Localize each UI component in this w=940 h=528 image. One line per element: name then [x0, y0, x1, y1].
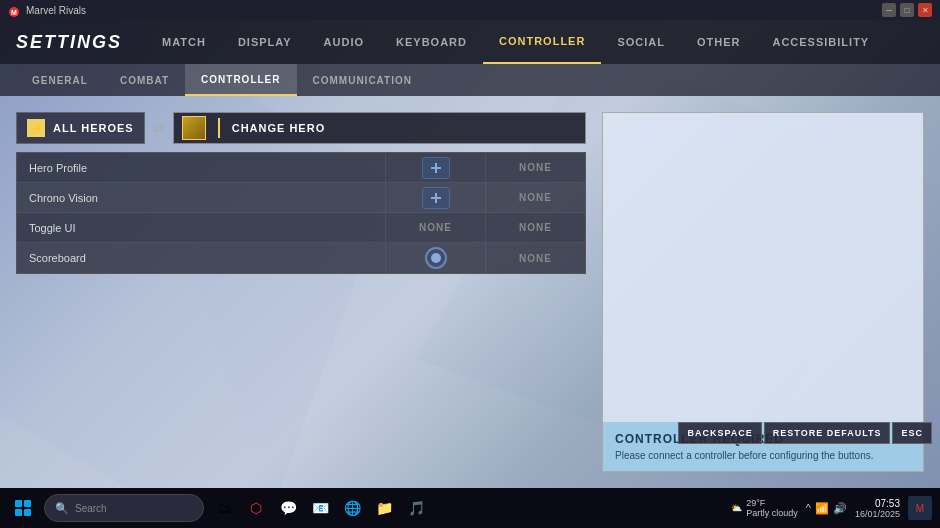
title-text: Marvel Rivals — [26, 5, 86, 16]
backspace-button[interactable]: BACKSPACE — [678, 422, 761, 444]
minimize-button[interactable]: ─ — [882, 3, 896, 17]
taskbar-app-7[interactable]: 🎵 — [402, 494, 430, 522]
title-bar: M Marvel Rivals ─ □ ✕ — [0, 0, 940, 20]
table-row: Toggle UI NONE NONE — [17, 213, 585, 243]
binding-cell-secondary[interactable]: NONE — [485, 213, 585, 242]
heroes-icon: ⚡ — [27, 119, 45, 137]
binding-cell-primary[interactable] — [385, 153, 485, 182]
svg-text:M: M — [11, 9, 17, 16]
hero-portrait — [182, 116, 206, 140]
table-row: Hero Profile NONE — [17, 153, 585, 183]
binding-cell-primary[interactable] — [385, 183, 485, 212]
close-button[interactable]: ✕ — [918, 3, 932, 17]
swap-icon: ⇄ — [145, 120, 173, 136]
restore-defaults-button[interactable]: RESTORE DEFAULTS — [764, 422, 891, 444]
tray-icon-1: ^ — [806, 502, 811, 514]
tab-display[interactable]: DISPLAY — [222, 20, 308, 64]
table-row: Scoreboard NONE — [17, 243, 585, 273]
taskbar-app-1[interactable]: 🗂 — [210, 494, 238, 522]
binding-circle[interactable] — [425, 247, 447, 269]
taskbar-apps: 🗂 ⬡ 💬 📧 🌐 📁 🎵 — [210, 494, 430, 522]
title-bar-left: M Marvel Rivals — [8, 4, 86, 16]
tab-other[interactable]: OTHER — [681, 20, 757, 64]
start-button[interactable] — [8, 493, 38, 523]
taskbar-app-2[interactable]: ⬡ — [242, 494, 270, 522]
left-panel: ⚡ ALL HEROES ⇄ CHANGE HERO Hero Profile — [16, 112, 586, 472]
tab-accessibility[interactable]: ACCESSIBILITY — [756, 20, 885, 64]
taskbar-app-5[interactable]: 🌐 — [338, 494, 366, 522]
binding-button[interactable] — [422, 157, 450, 179]
binding-cell-primary[interactable] — [385, 243, 485, 273]
settings-window: SETTINGS MATCH DISPLAY AUDIO KEYBOARD CO… — [0, 20, 940, 488]
tab-match[interactable]: MATCH — [146, 20, 222, 64]
change-hero-button[interactable]: CHANGE HERO — [173, 112, 586, 144]
weather-widget: ⛅ 29°F Partly cloudy — [731, 498, 798, 518]
clock-date: 16/01/2025 — [855, 509, 900, 519]
table-row: Chrono Vision NONE — [17, 183, 585, 213]
binding-cell-secondary[interactable]: NONE — [485, 183, 585, 212]
app-icon: M — [8, 4, 20, 16]
taskbar-app-6[interactable]: 📁 — [370, 494, 398, 522]
hero-selector: ⚡ ALL HEROES ⇄ CHANGE HERO — [16, 112, 586, 144]
clock-time: 07:53 — [855, 498, 900, 509]
binding-button[interactable] — [422, 187, 450, 209]
taskbar-left: 🔍 Search 🗂 ⬡ 💬 📧 🌐 📁 🎵 — [8, 493, 430, 523]
binding-cell-secondary[interactable]: NONE — [485, 243, 585, 273]
bottom-bar: BACKSPACE RESTORE DEFAULTS ESC — [670, 418, 940, 448]
weather-icon: ⛅ — [731, 503, 742, 513]
taskbar-right: ⛅ 29°F Partly cloudy ^ 📶 🔊 07:53 16/01/2… — [731, 496, 932, 520]
controller-required-text: Please connect a controller before confi… — [615, 450, 911, 461]
search-bar[interactable]: 🔍 Search — [44, 494, 204, 522]
divider — [218, 118, 220, 138]
volume-icon: 🔊 — [833, 502, 847, 515]
settings-header: SETTINGS MATCH DISPLAY AUDIO KEYBOARD CO… — [0, 20, 940, 64]
tab-audio[interactable]: AUDIO — [308, 20, 380, 64]
taskbar-app-4[interactable]: 📧 — [306, 494, 334, 522]
subtab-general[interactable]: GENERAL — [16, 64, 104, 96]
title-bar-controls[interactable]: ─ □ ✕ — [882, 3, 932, 17]
nav-tabs: MATCH DISPLAY AUDIO KEYBOARD CONTROLLER … — [146, 20, 885, 64]
tab-social[interactable]: SOCIAL — [601, 20, 681, 64]
settings-title: SETTINGS — [16, 32, 122, 53]
network-icon: 📶 — [815, 502, 829, 515]
tab-keyboard[interactable]: KEYBOARD — [380, 20, 483, 64]
binding-cell-primary[interactable]: NONE — [385, 213, 485, 242]
weather-temp: 29°F — [746, 498, 798, 508]
subtab-controller[interactable]: CONTROLLER — [185, 64, 296, 96]
windows-icon — [15, 500, 31, 516]
all-heroes-button[interactable]: ⚡ ALL HEROES — [16, 112, 145, 144]
binding-cell-secondary[interactable]: NONE — [485, 153, 585, 182]
settings-table: Hero Profile NONE Chrono Vision — [16, 152, 586, 274]
taskbar: 🔍 Search 🗂 ⬡ 💬 📧 🌐 📁 🎵 — [0, 488, 940, 528]
sub-tabs: GENERAL COMBAT CONTROLLER COMMUNICATION — [0, 64, 940, 96]
system-tray: ^ 📶 🔊 — [806, 502, 847, 515]
game-thumbnail: M — [908, 496, 932, 520]
subtab-communication[interactable]: COMMUNICATION — [297, 64, 428, 96]
taskbar-app-3[interactable]: 💬 — [274, 494, 302, 522]
binding-circle-inner — [431, 253, 441, 263]
clock: 07:53 16/01/2025 — [855, 498, 900, 519]
maximize-button[interactable]: □ — [900, 3, 914, 17]
subtab-combat[interactable]: COMBAT — [104, 64, 185, 96]
weather-desc: Partly cloudy — [746, 508, 798, 518]
esc-button[interactable]: ESC — [892, 422, 932, 444]
tab-controller[interactable]: CONTROLLER — [483, 20, 601, 64]
